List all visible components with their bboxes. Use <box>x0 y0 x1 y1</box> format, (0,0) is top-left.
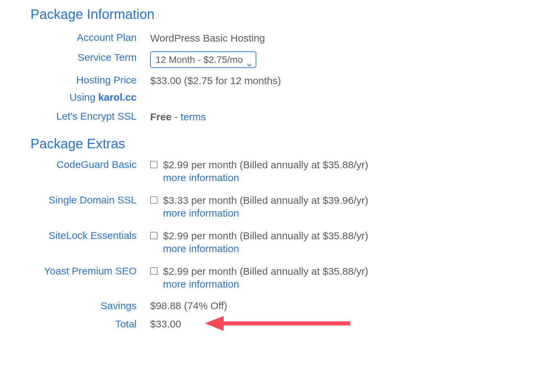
sitelock-essentials-price: $2.99 per month (Billed annually at $35.… <box>163 229 433 242</box>
codeguard-basic-label: CodeGuard Basic <box>30 158 150 170</box>
service-term-value: 12 Month - $2.75/mo <box>156 53 243 66</box>
svg-marker-1 <box>205 316 224 331</box>
ssl-terms-link[interactable]: terms <box>181 111 206 122</box>
using-domain-label: Using karol.cc <box>30 91 150 104</box>
single-domain-ssl-price: $3.33 per month (Billed annually at $39.… <box>163 194 433 207</box>
package-extras-heading: Package Extras <box>30 136 433 151</box>
yoast-premium-seo-price: $2.99 per month (Billed annually at $35.… <box>163 265 433 278</box>
hosting-price-value: $33.00 ($2.75 for 12 months) <box>150 73 433 88</box>
lets-encrypt-ssl-label: Let's Encrypt SSL <box>30 109 150 123</box>
yoast-premium-seo-label: Yoast Premium SEO <box>30 265 150 277</box>
sitelock-essentials-label: SiteLock Essentials <box>30 229 150 241</box>
savings-label: Savings <box>30 300 150 312</box>
chevron-down-icon <box>247 57 252 62</box>
codeguard-more-info-link[interactable]: more information <box>163 172 239 183</box>
codeguard-basic-price: $2.99 per month (Billed annually at $35.… <box>163 158 433 171</box>
savings-value: $98.88 (74% Off) <box>150 300 227 312</box>
service-term-select[interactable]: 12 Month - $2.75/mo <box>150 51 256 68</box>
package-information-heading: Package Information <box>30 7 433 22</box>
yoast-more-info-link[interactable]: more information <box>163 278 239 290</box>
sitelock-essentials-checkbox[interactable] <box>150 232 158 239</box>
total-label: Total <box>30 318 150 330</box>
yoast-premium-seo-checkbox[interactable] <box>150 267 158 275</box>
domain-name: karol.cc <box>98 92 137 103</box>
lets-encrypt-ssl-value: Free - terms <box>150 109 433 124</box>
single-domain-ssl-more-info-link[interactable]: more information <box>163 207 239 219</box>
hosting-price-label: Hosting Price <box>30 73 150 87</box>
single-domain-ssl-label: Single Domain SSL <box>30 194 150 206</box>
total-value: $33.00 <box>150 318 181 330</box>
account-plan-value: WordPress Basic Hosting <box>150 31 433 45</box>
single-domain-ssl-checkbox[interactable] <box>150 196 158 204</box>
sitelock-more-info-link[interactable]: more information <box>163 243 239 254</box>
annotation-arrow-icon <box>205 315 350 333</box>
service-term-label: Service Term <box>30 51 150 65</box>
account-plan-label: Account Plan <box>30 31 150 45</box>
codeguard-basic-checkbox[interactable] <box>150 161 158 168</box>
